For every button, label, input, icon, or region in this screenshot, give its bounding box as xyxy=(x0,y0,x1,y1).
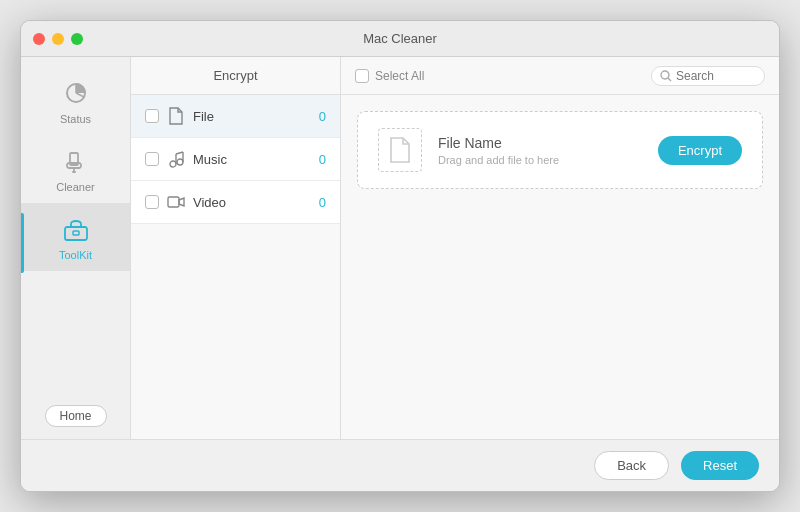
pie-chart-icon xyxy=(60,77,92,109)
back-button[interactable]: Back xyxy=(594,451,669,480)
sidebar-toolkit-label: ToolKit xyxy=(59,249,92,261)
file-count: 0 xyxy=(319,109,326,124)
video-checkbox[interactable] xyxy=(145,195,159,209)
file-info: File Name Drag and add file to here xyxy=(438,135,642,166)
middle-panel-header: Encrypt xyxy=(131,57,340,95)
svg-line-16 xyxy=(668,78,671,81)
panel-item-file[interactable]: File 0 xyxy=(131,95,340,138)
file-checkbox[interactable] xyxy=(145,109,159,123)
video-icon xyxy=(167,193,185,211)
close-button[interactable] xyxy=(33,33,45,45)
sidebar-cleaner-label: Cleaner xyxy=(56,181,95,193)
panel-items-list: File 0 Music xyxy=(131,95,340,439)
select-all-label: Select All xyxy=(375,69,424,83)
svg-line-12 xyxy=(176,152,183,154)
file-icon xyxy=(167,107,185,125)
music-count: 0 xyxy=(319,152,326,167)
select-all-area: Select All xyxy=(355,69,424,83)
video-count: 0 xyxy=(319,195,326,210)
window-title: Mac Cleaner xyxy=(363,31,437,46)
svg-point-15 xyxy=(661,71,669,79)
svg-rect-14 xyxy=(168,197,179,207)
search-box xyxy=(651,66,765,86)
svg-rect-7 xyxy=(65,227,87,240)
select-all-checkbox[interactable] xyxy=(355,69,369,83)
main-content: Status Cleaner xyxy=(21,57,779,439)
right-panel: Select All xyxy=(341,57,779,439)
music-label: Music xyxy=(193,152,311,167)
sidebar-status-label: Status xyxy=(60,113,91,125)
encrypt-button[interactable]: Encrypt xyxy=(658,136,742,165)
file-drop-area[interactable]: File Name Drag and add file to here Encr… xyxy=(357,111,763,189)
svg-rect-6 xyxy=(72,171,76,173)
maximize-button[interactable] xyxy=(71,33,83,45)
minimize-button[interactable] xyxy=(52,33,64,45)
middle-panel: Encrypt File 0 xyxy=(131,57,341,439)
svg-point-9 xyxy=(170,161,176,167)
music-checkbox[interactable] xyxy=(145,152,159,166)
file-label: File xyxy=(193,109,311,124)
titlebar: Mac Cleaner xyxy=(21,21,779,57)
svg-line-2 xyxy=(76,93,84,97)
brush-icon xyxy=(60,145,92,177)
svg-rect-8 xyxy=(73,231,79,235)
right-header: Select All xyxy=(341,57,779,95)
home-button-area: Home xyxy=(44,405,106,427)
app-window: Mac Cleaner Status xyxy=(20,20,780,492)
svg-point-10 xyxy=(177,159,183,165)
file-hint: Drag and add file to here xyxy=(438,154,642,166)
reset-button[interactable]: Reset xyxy=(681,451,759,480)
sidebar: Status Cleaner xyxy=(21,57,131,439)
right-content: File Name Drag and add file to here Encr… xyxy=(341,95,779,439)
window-controls xyxy=(33,33,83,45)
sidebar-item-status[interactable]: Status xyxy=(21,67,130,135)
search-input[interactable] xyxy=(676,69,756,83)
home-button[interactable]: Home xyxy=(44,405,106,427)
music-icon xyxy=(167,150,185,168)
sidebar-item-toolkit[interactable]: ToolKit xyxy=(21,203,130,271)
file-name: File Name xyxy=(438,135,642,151)
panel-item-video[interactable]: Video 0 xyxy=(131,181,340,224)
toolkit-icon xyxy=(60,213,92,245)
search-icon xyxy=(660,70,672,82)
panel-item-music[interactable]: Music 0 xyxy=(131,138,340,181)
sidebar-item-cleaner[interactable]: Cleaner xyxy=(21,135,130,203)
video-label: Video xyxy=(193,195,311,210)
bottom-bar: Back Reset xyxy=(21,439,779,491)
file-drop-icon xyxy=(378,128,422,172)
